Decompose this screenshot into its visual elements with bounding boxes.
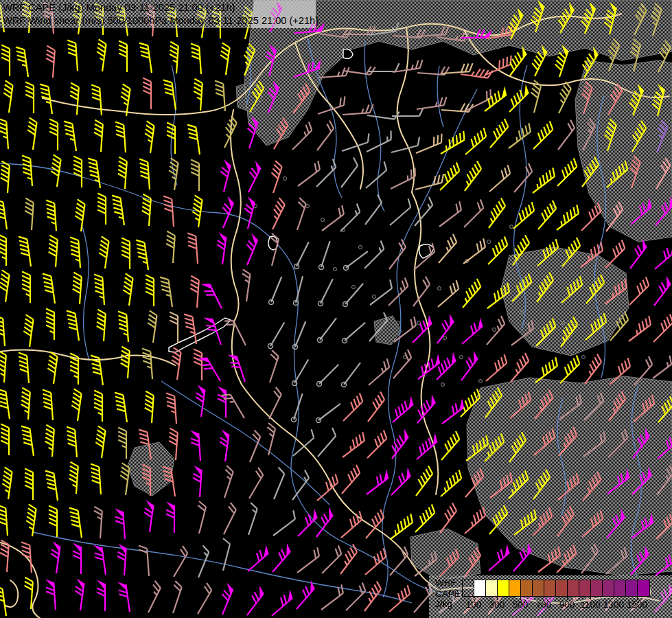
legend-cell-10 [579, 580, 591, 596]
legend-cell-4 [509, 580, 521, 596]
legend-cell-3 [498, 580, 509, 596]
cape-legend-panel: WRF CAPE J/kg 10030050070090011001300150… [429, 575, 672, 618]
legend-cell-12 [603, 580, 614, 596]
legend-cell-8 [556, 580, 568, 596]
legend-cell-15 [638, 580, 649, 596]
weather-map-stage: WRF CAPE (J/kg) Monday 03-11-2025 21:00 … [0, 0, 672, 618]
wrf-map-canvas [0, 0, 672, 618]
legend-cell-0 [463, 580, 474, 596]
legend-cell-1 [474, 580, 486, 596]
legend-cell-5 [521, 580, 533, 596]
legend-colorbar [462, 580, 650, 597]
legend-tick-label: 1500 [622, 599, 652, 610]
legend-cell-7 [544, 580, 556, 596]
title-line-cape: WRF CAPE (J/kg) Monday 03-11-2025 21:00 … [3, 1, 316, 14]
legend-label-variable: CAPE [435, 588, 461, 599]
legend-cell-2 [486, 580, 498, 596]
title-line-windshear: WRF Wind shear (m/s) 500/1000hPa Monday … [3, 14, 316, 27]
legend-cell-6 [533, 580, 544, 596]
legend-cell-14 [626, 580, 638, 596]
title-panel: WRF CAPE (J/kg) Monday 03-11-2025 21:00 … [0, 0, 316, 28]
legend-label-unit: J/kg [435, 599, 461, 610]
legend-cell-11 [591, 580, 603, 596]
legend-cell-13 [614, 580, 626, 596]
legend-labels: WRF CAPE J/kg [435, 577, 461, 610]
legend-label-model: WRF [435, 577, 461, 588]
legend-cell-9 [568, 580, 579, 596]
